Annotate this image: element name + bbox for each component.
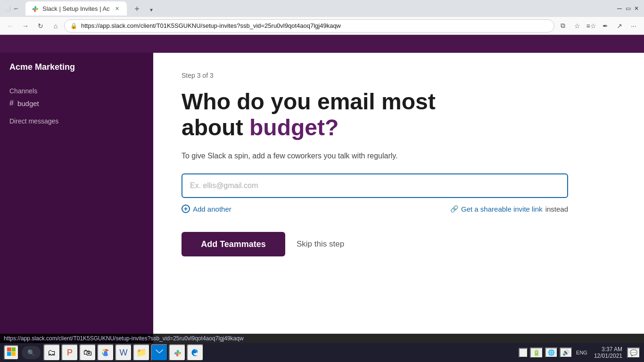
collections-button[interactable]: ≡☆ xyxy=(585,19,598,33)
notification-button[interactable]: 💬 xyxy=(627,347,640,358)
heading-line2: about budget? xyxy=(182,115,339,140)
more-button[interactable]: ··· xyxy=(627,19,640,33)
channels-label: Channels xyxy=(6,85,148,97)
invite-link-text: Get a shareable invite link xyxy=(461,205,543,213)
invite-link-post: instead xyxy=(545,205,568,213)
slack-top-bar xyxy=(0,35,644,53)
add-teammates-button[interactable]: Add Teammates xyxy=(182,232,285,256)
plus-circle-icon: + xyxy=(182,205,190,213)
app-container: Acme Marketing Channels # budget Direct … xyxy=(0,53,644,345)
status-url: https://app.slack.com/client/T01K5SGUKNU… xyxy=(4,335,244,342)
tray-speaker[interactable]: 🔊 xyxy=(560,347,572,358)
svg-rect-2 xyxy=(7,352,11,356)
home-button[interactable]: ⌂ xyxy=(49,19,62,33)
sidebar: Acme Marketing Channels # budget Direct … xyxy=(0,53,153,345)
close-button[interactable]: ✕ xyxy=(633,5,640,12)
browser-actions: ⧉ ☆ ≡☆ ✒ ↗ ··· xyxy=(556,19,640,33)
search-icon: 🔍 xyxy=(27,349,35,356)
link-icon: 🔗 xyxy=(450,205,458,213)
taskbar-email[interactable] xyxy=(151,344,168,361)
taskbar: 🔍 🗂 P 🛍 W 📁 ∧ xyxy=(0,343,644,362)
taskbar-search[interactable]: 🔍 xyxy=(22,346,41,359)
slack-favicon-icon xyxy=(31,5,39,12)
skip-step-button[interactable]: Skip this step xyxy=(297,239,344,249)
tab-title: Slack | Setup Invites | Ac xyxy=(42,5,110,12)
split-view-button[interactable]: ⧉ xyxy=(556,19,570,33)
tray-chevron[interactable]: ∧ xyxy=(519,348,528,358)
heading-line1: Who do you email most xyxy=(182,89,436,114)
title-bar: ⬜ ⤺ Slack | xyxy=(0,0,644,17)
share-button[interactable]: ↗ xyxy=(613,19,626,33)
button-row: Add Teammates Skip this step xyxy=(182,232,616,256)
email-input[interactable] xyxy=(182,173,568,198)
dm-section: Direct messages xyxy=(6,115,148,127)
taskbar-back-icon[interactable]: ⤺ xyxy=(12,5,20,12)
new-tab-button[interactable]: + xyxy=(131,2,144,16)
tray-network[interactable]: 🌐 xyxy=(545,347,558,358)
browser-chrome: ⬜ ⤺ Slack | xyxy=(0,0,644,35)
minimize-button[interactable]: ─ xyxy=(616,5,623,12)
profile-button[interactable]: ✒ xyxy=(599,19,612,33)
taskbar-store[interactable]: 🛍 xyxy=(79,344,96,361)
forward-button[interactable]: → xyxy=(19,19,32,33)
active-tab[interactable]: Slack | Setup Invites | Ac ✕ xyxy=(25,1,127,16)
taskbar-file-explorer[interactable]: 🗂 xyxy=(43,344,60,361)
url-field[interactable]: 🔒 https://app.slack.com/client/T01K5SGUK… xyxy=(64,19,554,33)
refresh-button[interactable]: ↻ xyxy=(34,19,47,33)
tab-close-button[interactable]: ✕ xyxy=(114,5,121,12)
taskbar-folder[interactable]: 📁 xyxy=(133,344,150,361)
workspace-name: Acme Marketing xyxy=(6,60,148,80)
svg-rect-0 xyxy=(7,347,11,352)
main-content: Step 3 of 3 Who do you email most about … xyxy=(153,53,644,345)
taskbar-page-icon[interactable]: ⬜ xyxy=(4,5,11,12)
clock: 3:37 AM xyxy=(594,346,622,353)
windows-logo-icon xyxy=(7,347,16,359)
lock-icon: 🔒 xyxy=(70,23,77,29)
svg-rect-1 xyxy=(12,347,16,352)
taskbar-edge[interactable] xyxy=(187,344,204,361)
svg-rect-3 xyxy=(12,352,16,356)
taskbar-powerpoint[interactable]: P xyxy=(61,344,78,361)
main-heading: Who do you email most about budget? xyxy=(182,89,559,140)
address-bar: ← → ↻ ⌂ 🔒 https://app.slack.com/client/T… xyxy=(0,17,644,35)
taskbar-word[interactable]: W xyxy=(115,344,132,361)
sidebar-item-budget[interactable]: # budget xyxy=(6,97,148,110)
add-another-label: Add another xyxy=(193,205,231,213)
channels-section: Channels # budget xyxy=(6,85,148,110)
heading-highlight: budget? xyxy=(249,115,339,140)
url-text: https://app.slack.com/client/T01K5SGUKNU… xyxy=(81,22,548,29)
favorites-button[interactable]: ☆ xyxy=(570,19,584,33)
tray-battery[interactable]: 🔋 xyxy=(530,347,543,358)
date: 12/01/2021 xyxy=(594,353,622,359)
taskbar-chrome[interactable] xyxy=(97,344,114,361)
start-button[interactable] xyxy=(4,345,19,360)
tray-lang[interactable]: ENG xyxy=(574,349,589,356)
invite-link-action[interactable]: 🔗 Get a shareable invite link instead xyxy=(450,205,568,213)
tray-time[interactable]: 3:37 AM 12/01/2021 xyxy=(591,346,625,359)
add-another-link[interactable]: + Add another xyxy=(182,205,231,213)
window-controls: ⬜ ⤺ xyxy=(4,5,20,12)
taskbar-tray: ∧ 🔋 🌐 🔊 ENG 3:37 AM 12/01/2021 💬 xyxy=(519,346,640,359)
dm-label: Direct messages xyxy=(6,115,148,127)
hash-icon: # xyxy=(9,99,14,107)
step-indicator: Step 3 of 3 xyxy=(182,72,616,79)
taskbar-slack[interactable] xyxy=(169,344,186,361)
input-actions: + Add another 🔗 Get a shareable invite l… xyxy=(182,205,568,213)
tab-dropdown-button[interactable]: ▾ xyxy=(146,4,157,16)
maximize-button[interactable]: ▭ xyxy=(624,5,632,12)
status-bar: https://app.slack.com/client/T01K5SGUKNU… xyxy=(0,334,644,343)
heading-about: about xyxy=(182,115,249,140)
subtitle: To give Slack a spin, add a few coworker… xyxy=(182,152,616,160)
channel-budget-label: budget xyxy=(17,99,39,107)
back-button[interactable]: ← xyxy=(4,19,17,33)
